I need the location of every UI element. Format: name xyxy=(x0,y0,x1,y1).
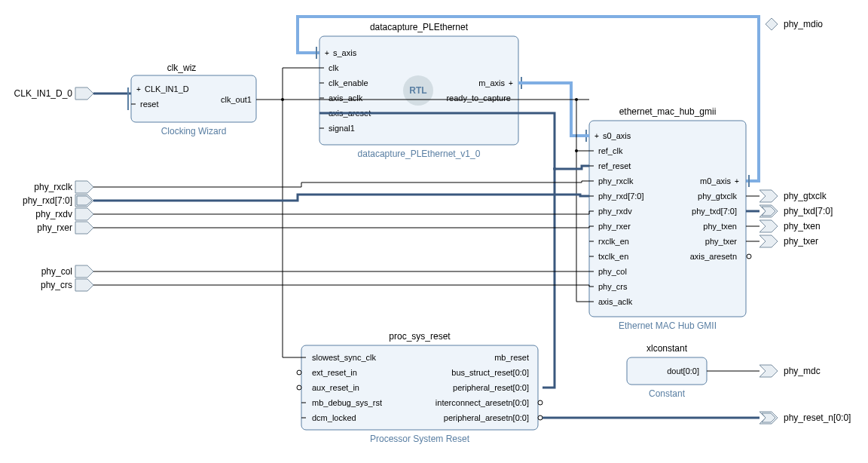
svg-text:phy_col: phy_col xyxy=(41,266,72,277)
svg-text:ethernet_mac_hub_gmii: ethernet_mac_hub_gmii xyxy=(619,106,717,117)
svg-text:phy_txer: phy_txer xyxy=(784,236,818,247)
svg-text:proc_sys_reset: proc_sys_reset xyxy=(389,331,451,342)
svg-text:slowest_sync_clk: slowest_sync_clk xyxy=(312,353,376,362)
svg-marker-15 xyxy=(75,279,93,291)
block-xlconstant[interactable]: xlconstant Constant dout[0:0] xyxy=(627,343,707,399)
svg-text:dout[0:0]: dout[0:0] xyxy=(667,366,699,376)
svg-point-98 xyxy=(538,400,542,405)
svg-text:axis_aclk: axis_aclk xyxy=(598,297,633,306)
svg-text:s_axis: s_axis xyxy=(333,48,357,57)
svg-point-96 xyxy=(297,370,301,375)
svg-text:aux_reset_in: aux_reset_in xyxy=(312,383,359,392)
svg-text:datacapture_PLEthernet_v1_0: datacapture_PLEthernet_v1_0 xyxy=(358,149,481,159)
svg-text:signal1: signal1 xyxy=(329,124,355,133)
block-ethernet[interactable]: ethernet_mac_hub_gmii Ethernet MAC Hub G… xyxy=(586,106,751,331)
svg-text:phy_rxd[7:0]: phy_rxd[7:0] xyxy=(598,192,644,201)
port-reset-n: phy_reset_n[0:0] xyxy=(760,412,851,424)
svg-text:+: + xyxy=(509,79,513,87)
svg-text:axis_aclk: axis_aclk xyxy=(329,94,363,103)
svg-marker-107 xyxy=(766,18,778,30)
svg-text:dcm_locked: dcm_locked xyxy=(312,413,356,422)
svg-text:ref_clk: ref_clk xyxy=(598,146,623,155)
svg-point-99 xyxy=(538,415,542,420)
port-gtxclk: phy_gtxclk xyxy=(760,190,827,202)
port-txd: phy_txd[7:0] xyxy=(760,205,833,217)
svg-text:phy_txen: phy_txen xyxy=(784,221,821,232)
svg-text:m0_axis: m0_axis xyxy=(700,176,731,186)
svg-point-123 xyxy=(281,98,284,101)
svg-text:phy_mdc: phy_mdc xyxy=(784,366,821,376)
svg-text:ext_reset_in: ext_reset_in xyxy=(312,368,357,377)
svg-marker-118 xyxy=(760,365,778,377)
svg-text:phy_txer: phy_txer xyxy=(705,237,738,246)
svg-marker-114 xyxy=(760,220,778,232)
svg-text:phy_rxdv: phy_rxdv xyxy=(35,209,72,219)
svg-text:phy_rxd[7:0]: phy_rxd[7:0] xyxy=(23,195,72,206)
svg-text:Processor System Reset: Processor System Reset xyxy=(370,434,470,444)
svg-text:phy_txd[7:0]: phy_txd[7:0] xyxy=(692,207,737,216)
svg-text:+: + xyxy=(325,49,329,57)
svg-text:phy_crs: phy_crs xyxy=(598,282,628,291)
svg-text:phy_gtxclk: phy_gtxclk xyxy=(784,191,827,201)
svg-text:phy_rxer: phy_rxer xyxy=(37,222,72,233)
group-rx-ports: phy_rxclk phy_rxd[7:0] phy_rxdv phy_rxer… xyxy=(23,181,93,291)
svg-marker-9 xyxy=(75,208,93,220)
svg-text:axis_aresetn: axis_aresetn xyxy=(690,252,737,261)
svg-text:mb_reset: mb_reset xyxy=(494,353,529,362)
svg-marker-11 xyxy=(75,222,93,234)
svg-text:phy_rxer: phy_rxer xyxy=(598,222,631,231)
svg-text:+: + xyxy=(735,177,739,186)
svg-text:phy_rxdv: phy_rxdv xyxy=(598,207,632,216)
svg-marker-0 xyxy=(75,87,93,100)
port-rxdv: phy_rxdv xyxy=(35,208,93,220)
svg-marker-4 xyxy=(75,181,93,193)
port-rxer: phy_rxer xyxy=(37,222,93,234)
svg-text:reset: reset xyxy=(140,100,158,109)
svg-text:phy_txen: phy_txen xyxy=(703,222,737,231)
block-datacapture[interactable]: datacapture_PLEthernet datacapture_PLEth… xyxy=(316,22,521,159)
port-col: phy_col xyxy=(41,265,93,277)
svg-text:ref_reset: ref_reset xyxy=(598,161,631,170)
rtl-label: RTL xyxy=(409,85,426,96)
svg-text:txclk_en: txclk_en xyxy=(598,252,628,261)
port-crs: phy_crs xyxy=(41,279,93,291)
svg-point-97 xyxy=(297,385,301,390)
svg-text:phy_col: phy_col xyxy=(598,267,627,276)
svg-text:clk_wiz: clk_wiz xyxy=(167,63,197,73)
block-proc-sys-reset[interactable]: proc_sys_reset Processor System Reset sl… xyxy=(297,331,542,444)
svg-text:clk_enable: clk_enable xyxy=(329,78,368,87)
svg-text:m_axis: m_axis xyxy=(478,78,505,87)
svg-text:mb_debug_sys_rst: mb_debug_sys_rst xyxy=(312,398,382,407)
svg-text:Constant: Constant xyxy=(649,388,686,399)
svg-text:CLK_IN1_D_0: CLK_IN1_D_0 xyxy=(14,88,73,99)
svg-point-82 xyxy=(747,254,751,259)
svg-text:clk: clk xyxy=(329,63,339,72)
svg-text:bus_struct_reset[0:0]: bus_struct_reset[0:0] xyxy=(451,368,529,377)
svg-text:clk_out1: clk_out1 xyxy=(221,95,252,104)
block-clk-wiz[interactable]: clk_wiz Clocking Wizard CLK_IN1_D reset … xyxy=(131,63,256,136)
port-rxd: phy_rxd[7:0] xyxy=(23,195,93,207)
svg-text:Clocking Wizard: Clocking Wizard xyxy=(161,126,227,136)
svg-text:Ethernet MAC Hub GMII: Ethernet MAC Hub GMII xyxy=(619,320,717,331)
svg-text:peripheral_reset[0:0]: peripheral_reset[0:0] xyxy=(453,383,529,392)
svg-marker-109 xyxy=(760,190,778,202)
svg-text:phy_txd[7:0]: phy_txd[7:0] xyxy=(784,206,833,216)
svg-text:s0_axis: s0_axis xyxy=(603,131,631,140)
svg-text:+: + xyxy=(136,85,141,94)
svg-point-126 xyxy=(553,167,556,170)
port-rxclk: phy_rxclk xyxy=(34,181,93,193)
svg-text:phy_gtxclk: phy_gtxclk xyxy=(698,192,737,201)
svg-text:phy_rxclk: phy_rxclk xyxy=(598,176,634,186)
svg-text:CLK_IN1_D: CLK_IN1_D xyxy=(145,84,189,94)
svg-marker-116 xyxy=(760,235,778,247)
svg-text:+: + xyxy=(594,132,599,140)
svg-text:ready_to_capture: ready_to_capture xyxy=(446,94,511,103)
svg-text:phy_crs: phy_crs xyxy=(41,280,72,290)
port-txen: phy_txen xyxy=(760,220,821,232)
svg-text:interconnect_aresetn[0:0]: interconnect_aresetn[0:0] xyxy=(436,398,529,407)
svg-text:phy_reset_n[0:0]: phy_reset_n[0:0] xyxy=(784,412,851,423)
svg-text:peripheral_aresetn[0:0]: peripheral_aresetn[0:0] xyxy=(444,413,529,422)
port-mdc: phy_mdc xyxy=(760,365,821,377)
svg-text:xlconstant: xlconstant xyxy=(646,343,688,354)
port-clk-in: CLK_IN1_D_0 xyxy=(14,87,131,110)
